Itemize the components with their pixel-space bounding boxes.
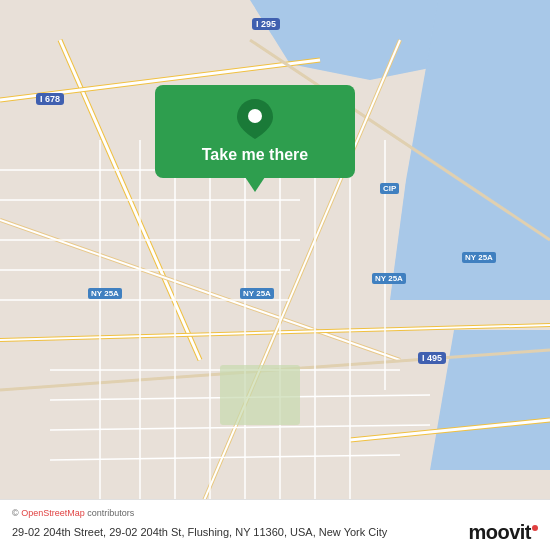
attribution: © OpenStreetMap contributors (12, 508, 538, 518)
highway-badge-i678: I 678 (36, 93, 64, 105)
svg-rect-32 (220, 365, 300, 425)
svg-line-13 (350, 420, 550, 440)
address-row: 29-02 204th Street, 29-02 204th St, Flus… (12, 521, 538, 544)
highway-badge-i295: I 295 (252, 18, 280, 30)
highway-badge-ny25a-2: NY 25A (240, 288, 274, 299)
pin-wrapper (167, 101, 343, 137)
moovit-dot (532, 525, 538, 531)
highway-badge-ny25a-3: NY 25A (372, 273, 406, 284)
address-text: 29-02 204th Street, 29-02 204th St, Flus… (12, 525, 460, 540)
location-pin-icon (237, 99, 273, 139)
roads-overlay (0, 0, 550, 550)
highway-badge-i495: I 495 (418, 352, 446, 364)
popup-label: Take me there (202, 146, 308, 163)
bottom-bar: © OpenStreetMap contributors 29-02 204th… (0, 499, 550, 550)
map-popup[interactable]: Take me there (155, 85, 355, 178)
moovit-logo: moovit (468, 521, 538, 544)
map-container: I 295 I 678 NY 25A NY 25A NY 25A NY 25A … (0, 0, 550, 550)
highway-badge-ny25a-1: NY 25A (88, 288, 122, 299)
map-background: I 295 I 678 NY 25A NY 25A NY 25A NY 25A … (0, 0, 550, 550)
highway-badge-cip2: CIP (380, 183, 399, 194)
svg-point-33 (248, 109, 262, 123)
svg-line-21 (50, 425, 430, 430)
moovit-brand-text: moovit (468, 521, 531, 544)
highway-badge-ny25a-4: NY 25A (462, 252, 496, 263)
